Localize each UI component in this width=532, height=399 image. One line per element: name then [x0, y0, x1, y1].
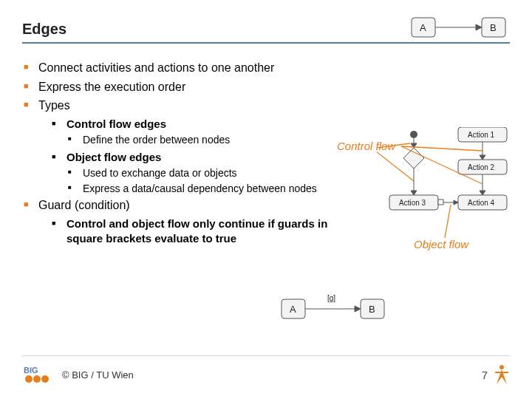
label-object-flow: Object flow	[414, 238, 468, 250]
figure-a-b: A B	[411, 15, 514, 41]
guard-text: [g]	[327, 294, 335, 302]
bullet: Types	[22, 98, 510, 114]
svg-point-4	[410, 131, 417, 138]
action2-text: Action 2	[468, 163, 495, 171]
logo-big-icon: BIG	[22, 364, 55, 385]
figure-actions: Action 1 Action 2 Action 3 Action 4	[377, 127, 525, 238]
guard-b-text: B	[369, 304, 375, 315]
footer-copyright: © BIG / TU Wien	[62, 369, 134, 381]
bullet: Connect activities and actions to one an…	[22, 60, 510, 76]
svg-marker-20	[454, 200, 458, 205]
bullet: Express the execution order	[22, 79, 510, 95]
slide: Edges A B Connect activities and actions…	[0, 0, 532, 399]
footer-divider	[22, 355, 510, 356]
svg-marker-12	[480, 191, 485, 195]
svg-point-33	[41, 375, 49, 383]
svg-point-35	[499, 365, 504, 369]
figure-guard: A [g] B	[281, 292, 399, 323]
footer: BIG © BIG / TU Wien 7	[22, 364, 510, 386]
svg-marker-15	[411, 191, 417, 195]
logo-person-icon	[494, 364, 510, 386]
svg-point-31	[25, 375, 33, 383]
box-b-text: B	[490, 22, 497, 33]
svg-marker-13	[403, 148, 424, 168]
svg-text:BIG: BIG	[24, 366, 38, 375]
bullet: Control and object flow only continue if…	[50, 216, 331, 247]
svg-rect-18	[438, 200, 443, 205]
svg-point-32	[33, 375, 41, 383]
svg-line-25	[445, 205, 451, 238]
svg-marker-9	[480, 155, 485, 160]
svg-marker-2	[476, 24, 482, 30]
box-a-text: A	[420, 22, 426, 33]
action3-text: Action 3	[399, 199, 426, 207]
guard-a-text: A	[290, 304, 296, 315]
action1-text: Action 1	[468, 131, 495, 139]
page-number: 7	[482, 369, 488, 381]
action4-text: Action 4	[468, 199, 495, 207]
svg-marker-28	[355, 306, 361, 312]
